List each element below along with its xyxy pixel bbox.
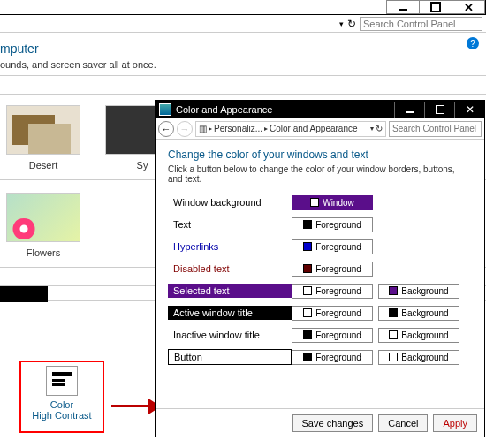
color-row: TextForeground: [168, 215, 472, 234]
save-changes-button[interactable]: Save changes: [292, 414, 374, 432]
dialog-maximize-button[interactable]: [424, 102, 454, 118]
color-picker-button[interactable]: Background: [378, 350, 459, 365]
color-row: Selected textForegroundBackground: [168, 281, 472, 300]
color-picker-button[interactable]: Background: [378, 284, 459, 299]
color-row-label: Window background: [168, 195, 292, 209]
apply-button[interactable]: Apply: [433, 414, 477, 432]
dialog-footer: Save changes Cancel Apply: [156, 408, 484, 437]
page-title: mputer: [0, 42, 486, 56]
color-swatch: [389, 286, 398, 295]
cancel-button[interactable]: Cancel: [378, 414, 428, 432]
color-row-label: Hyperlinks: [168, 239, 292, 254]
color-picker-button[interactable]: Foreground: [292, 306, 373, 321]
crumb-2[interactable]: Color and Appearance: [270, 124, 358, 133]
color-button-label: Background: [401, 330, 448, 340]
color-button-label: Background: [401, 286, 448, 296]
color-swatch: [303, 242, 312, 251]
theme-thumbnail: [6, 105, 80, 155]
color-swatch: [303, 286, 312, 295]
color-swatch: [303, 220, 312, 229]
color-picker-button[interactable]: Background: [378, 306, 459, 321]
color-row-label: Text: [168, 217, 292, 232]
theme-label: Flowers: [27, 247, 61, 258]
color-swatch: [389, 330, 398, 339]
parent-minimize-button[interactable]: [386, 0, 420, 14]
dialog-heading: Change the color of your windows and tex…: [168, 148, 472, 161]
chevron-down-icon[interactable]: ▾: [339, 19, 344, 28]
color-picker-button[interactable]: Foreground: [292, 284, 373, 299]
color-row: Active window titleForegroundBackground: [168, 303, 472, 323]
theme-flowers[interactable]: Flowers: [4, 193, 83, 258]
parent-search-input[interactable]: [360, 17, 482, 31]
dialog-title: Color and Appearance: [176, 104, 272, 115]
color-swatch: [389, 353, 398, 361]
hc-label-1: Color: [21, 399, 103, 410]
color-row-label: Active window title: [168, 306, 292, 320]
color-row: ButtonForegroundBackground: [168, 347, 472, 367]
color-button-label: Foreground: [315, 353, 361, 362]
color-swatch: [303, 308, 312, 317]
parent-close-button[interactable]: [452, 0, 485, 14]
color-row: Disabled textForeground: [168, 259, 472, 278]
color-swatch[interactable]: [0, 286, 48, 302]
parent-toolbar: ▾ ↻: [0, 15, 486, 33]
dialog-icon: [159, 103, 171, 116]
color-row: HyperlinksForeground: [168, 237, 472, 256]
color-button-label: Foreground: [315, 264, 361, 274]
color-picker-button[interactable]: Foreground: [292, 262, 373, 277]
color-row: Inactive window titleForegroundBackgroun…: [168, 325, 472, 345]
color-picker-button[interactable]: Foreground: [292, 328, 373, 343]
color-button-label: Foreground: [315, 286, 361, 296]
parent-titlebar: [0, 0, 486, 15]
color-button-label: Background: [401, 308, 448, 318]
color-swatch: [303, 330, 312, 339]
dialog-close-button[interactable]: [454, 102, 484, 118]
theme-label: Desert: [29, 160, 57, 171]
back-button[interactable]: ←: [158, 121, 174, 137]
color-button-label: Foreground: [315, 220, 361, 230]
color-row-label: Selected text: [168, 284, 292, 298]
color-button-label: Foreground: [315, 330, 361, 340]
color-row-label: Inactive window title: [168, 328, 292, 342]
parent-maximize-button[interactable]: [419, 0, 452, 14]
theme-thumbnail: [6, 193, 80, 242]
color-appearance-dialog: Color and Appearance ← → ▥ ▸ Personaliz.…: [155, 100, 485, 437]
hc-label-2: High Contrast: [21, 410, 103, 421]
color-picker-button[interactable]: Foreground: [292, 350, 373, 365]
theme-desert[interactable]: Desert: [4, 105, 83, 171]
crumb-1[interactable]: Personaliz...: [214, 124, 262, 133]
color-button-label: Foreground: [315, 308, 361, 318]
monitor-icon: ▥: [199, 124, 207, 133]
color-button-label: Window: [323, 198, 354, 208]
dialog-search-input[interactable]: [389, 121, 482, 137]
breadcrumb[interactable]: ▥ ▸ Personaliz... ▸ Color and Appearance…: [195, 121, 386, 137]
color-picker-button[interactable]: Foreground: [292, 239, 373, 254]
refresh-icon[interactable]: ↻: [376, 124, 383, 133]
high-contrast-icon: [46, 366, 78, 396]
theme-label: Sy: [137, 160, 148, 171]
color-row-label: Disabled text: [168, 262, 292, 276]
dialog-body: Change the color of your windows and tex…: [156, 140, 484, 408]
help-icon[interactable]: ?: [467, 37, 479, 49]
color-swatch: [303, 353, 312, 361]
color-button-label: Background: [401, 353, 448, 362]
dialog-subtext: Click a button below to change the color…: [168, 164, 472, 184]
high-contrast-color-tile[interactable]: Color High Contrast: [19, 361, 104, 433]
color-swatch: [303, 264, 312, 273]
dialog-nav: ← → ▥ ▸ Personaliz... ▸ Color and Appear…: [156, 118, 484, 140]
page-header: mputer ounds, and screen saver all at on…: [0, 33, 486, 76]
page-subtitle: ounds, and screen saver all at once.: [0, 59, 486, 76]
dialog-minimize-button[interactable]: [394, 102, 424, 118]
color-button-label: Foreground: [315, 242, 361, 252]
color-picker-button[interactable]: Window: [292, 195, 373, 210]
color-swatch: [310, 198, 319, 207]
color-row-label: Button: [168, 349, 292, 365]
color-swatch: [389, 308, 398, 317]
forward-button: →: [177, 121, 193, 137]
dialog-titlebar[interactable]: Color and Appearance: [156, 101, 484, 118]
color-row: Window backgroundWindow: [168, 193, 472, 212]
refresh-icon[interactable]: ↻: [347, 18, 356, 30]
color-picker-button[interactable]: Foreground: [292, 217, 373, 232]
color-picker-button[interactable]: Background: [378, 328, 459, 343]
